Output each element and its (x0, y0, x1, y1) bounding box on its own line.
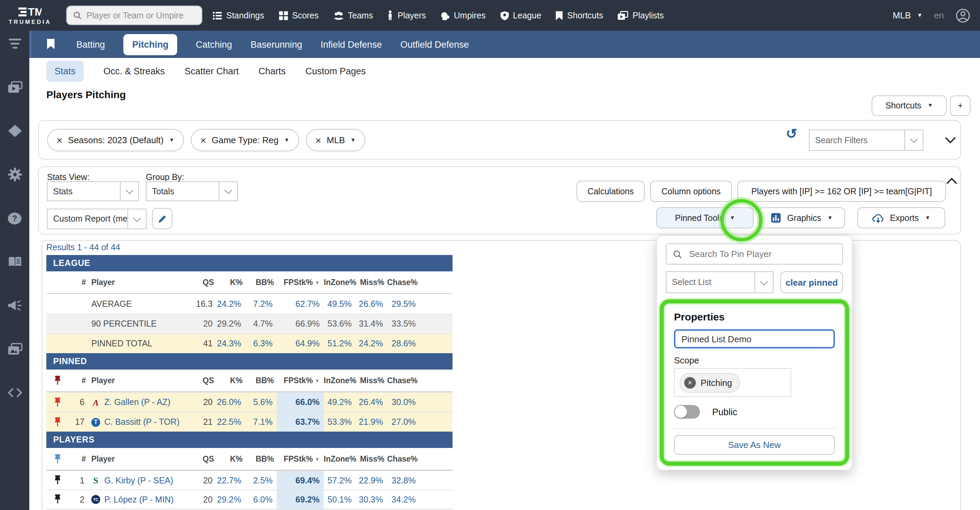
query-filter-button[interactable]: Players with [IP] >= 162 OR [IP] >= team… (737, 181, 946, 202)
announcements-megaphone-icon[interactable] (7, 297, 22, 314)
shortcuts-button[interactable]: Shortcuts ▼ (872, 96, 947, 116)
col-inzone[interactable]: InZone% (324, 278, 356, 286)
col-k[interactable]: K% (217, 278, 245, 286)
col-fpstk-sorted[interactable]: FPStk%▼ (277, 370, 324, 391)
tab-custom-pages[interactable]: Custom Pages (305, 66, 366, 76)
filter-history-icon[interactable]: ↺ (786, 126, 797, 142)
tab-catching[interactable]: Catching (196, 39, 232, 49)
nav-players[interactable]: Players (387, 10, 426, 21)
collapse-chevron-icon[interactable] (946, 178, 957, 188)
global-search[interactable]: Player or Team or Umpire (66, 5, 202, 25)
col-num[interactable]: # (68, 278, 89, 286)
col-fpstk-sorted[interactable]: FPStk%▼ (277, 448, 324, 470)
col-chase[interactable]: Chase% (387, 278, 420, 286)
col-qs[interactable]: QS (184, 278, 217, 286)
graphics-button[interactable]: Graphics ▼ (759, 207, 845, 228)
image-gallery-icon[interactable] (7, 341, 22, 357)
search-filters-select[interactable]: Search Filters (809, 129, 923, 151)
pin-player-search-input[interactable] (687, 248, 836, 260)
language-selector[interactable]: en (934, 10, 944, 21)
tab-outfield-defense[interactable]: Outfield Defense (400, 39, 469, 49)
exports-button[interactable]: Exports ▼ (858, 207, 945, 228)
remove-filter-icon[interactable]: × (57, 135, 63, 145)
remove-scope-icon[interactable]: × (684, 377, 696, 388)
tab-infield-defense[interactable]: Infield Defense (321, 39, 382, 49)
nav-scores[interactable]: Scores (278, 11, 318, 20)
pin-icon[interactable] (46, 490, 68, 508)
filter-chip-mlb[interactable]: × MLB ▼ (305, 129, 365, 151)
glossary-book-icon[interactable] (7, 253, 22, 270)
nav-standings[interactable]: Standings (213, 11, 264, 20)
pin-icon[interactable] (46, 471, 68, 489)
col-bb[interactable]: BB% (245, 278, 277, 286)
pin-player-search[interactable] (666, 244, 843, 265)
bookmark-icon[interactable] (46, 39, 55, 50)
row-number: 17 (68, 417, 89, 427)
pencil-icon (158, 214, 167, 223)
scope-chip-pitching[interactable]: × Pitching (679, 373, 740, 392)
trumedia-logo[interactable]: TM TRUMEDIA (0, 5, 60, 25)
annotation-box-properties: Properties Scope × Pitching Public Save … (660, 299, 849, 466)
field-icon[interactable] (7, 123, 22, 139)
player-link[interactable]: SG. Kirby (P - SEA) (89, 476, 184, 485)
cloud-download-icon (872, 213, 884, 223)
nav-teams[interactable]: Teams (333, 11, 373, 20)
public-toggle[interactable] (674, 405, 700, 419)
league-selector[interactable]: MLB ▼ (893, 10, 923, 21)
pin-icon[interactable] (46, 393, 68, 412)
settings-gear-icon[interactable] (7, 166, 22, 183)
col-miss[interactable]: Miss% (356, 278, 387, 286)
tab-pitching[interactable]: Pitching (123, 34, 178, 55)
pin-icon[interactable] (46, 413, 68, 432)
stats-view-select[interactable]: Stats (47, 182, 139, 201)
tab-scatter-chart[interactable]: Scatter Chart (185, 66, 239, 76)
pinned-tools-button[interactable]: Pinned Tools ▼ (656, 207, 754, 228)
tab-occ-streaks[interactable]: Occ. & Streaks (103, 66, 165, 76)
select-divider (120, 182, 138, 201)
nav-league[interactable]: League (500, 11, 541, 20)
pin-column-icon (46, 370, 68, 391)
players-icon (387, 10, 394, 21)
code-icon[interactable] (7, 384, 22, 401)
nav-label: Teams (348, 11, 373, 20)
results-count-link[interactable]: Results 1 - 44 of 44 (46, 243, 120, 252)
list-name-input[interactable] (674, 329, 835, 348)
tab-baserunning[interactable]: Baserunning (250, 39, 302, 49)
tab-batting[interactable]: Batting (76, 39, 105, 49)
nav-umpires[interactable]: Umpires (440, 11, 485, 20)
custom-report-value: Custom Report (me) (48, 209, 127, 228)
team-logo-sea: S (91, 476, 100, 485)
nav-shortcuts[interactable]: Shortcuts (556, 11, 603, 20)
col-player[interactable]: Player (89, 278, 184, 286)
nav-label: Playlists (632, 11, 664, 20)
help-icon[interactable]: ? (7, 210, 22, 226)
filter-icon[interactable] (7, 35, 22, 52)
filter-chip-seasons[interactable]: × Seasons: 2023 (Default) ▼ (47, 129, 184, 151)
tab-stats[interactable]: Stats (46, 61, 84, 81)
column-options-button[interactable]: Column options (650, 181, 732, 202)
filter-chip-game-type[interactable]: × Game Type: Reg ▼ (191, 129, 299, 151)
remove-filter-icon[interactable]: × (200, 135, 207, 145)
remove-filter-icon[interactable]: × (315, 135, 321, 145)
table-row-kirby: 1 SG. Kirby (P - SEA) 20 22.7% 2.5% 69.4… (46, 470, 452, 489)
tab-charts[interactable]: Charts (259, 66, 286, 76)
collapse-chevron-icon[interactable] (945, 132, 956, 143)
calculations-button[interactable]: Calculations (577, 181, 645, 202)
search-filters-placeholder: Search Filters (810, 130, 904, 150)
custom-report-select[interactable]: Custom Report (me) (47, 209, 146, 229)
user-avatar-icon[interactable] (956, 8, 970, 23)
save-as-new-button[interactable]: Save As New (674, 435, 835, 455)
player-link[interactable]: TCP. López (P - MIN) (89, 495, 184, 504)
edit-report-button[interactable] (152, 208, 172, 229)
video-playlist-icon[interactable] (7, 79, 22, 96)
scope-box[interactable]: × Pitching (674, 368, 791, 397)
stats-view-value: Stats (48, 182, 120, 201)
select-list-dropdown[interactable]: Select List (666, 271, 773, 293)
group-by-select[interactable]: Totals (146, 182, 238, 201)
add-page-button[interactable]: + (950, 96, 970, 116)
clear-pinned-button[interactable]: clear pinned (780, 271, 843, 293)
player-link[interactable]: TC. Bassitt (P - TOR) (89, 417, 184, 427)
player-link[interactable]: AZ. Gallen (P - AZ) (89, 397, 184, 407)
col-fpstk-sorted[interactable]: FPStk%▼ (277, 271, 324, 293)
nav-playlists[interactable]: Playlists (617, 11, 664, 20)
